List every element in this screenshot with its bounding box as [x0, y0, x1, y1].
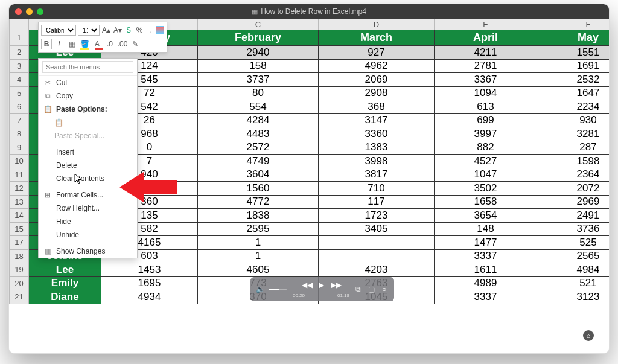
name-cell[interactable]: Emily: [29, 276, 101, 290]
data-cell[interactable]: 1838: [198, 209, 319, 223]
increase-font-button[interactable]: A▴: [101, 25, 111, 36]
name-cell[interactable]: Lee: [29, 263, 101, 277]
decrease-decimal-button[interactable]: .0: [104, 39, 115, 49]
data-cell[interactable]: [319, 236, 435, 250]
data-cell[interactable]: 1477: [435, 236, 537, 250]
airplay-badge-icon[interactable]: ⌂: [583, 330, 594, 341]
menu-insert[interactable]: Insert: [39, 145, 137, 159]
rewind-button[interactable]: ◀◀: [302, 281, 311, 289]
data-cell[interactable]: 1: [198, 249, 319, 263]
data-cell[interactable]: 3817: [319, 168, 435, 182]
format-painter-button[interactable]: ✎: [130, 39, 141, 49]
data-cell[interactable]: 1598: [537, 155, 610, 168]
data-cell[interactable]: 3281: [537, 127, 610, 141]
row-header[interactable]: 14: [10, 209, 29, 223]
data-cell[interactable]: 3737: [198, 73, 319, 87]
row-header[interactable]: 9: [10, 141, 29, 155]
row-header[interactable]: 21: [10, 290, 29, 304]
data-cell[interactable]: 4284: [198, 113, 319, 127]
data-cell[interactable]: 4962: [319, 59, 435, 73]
data-cell[interactable]: 2595: [198, 222, 319, 236]
data-cell[interactable]: 521: [537, 276, 610, 290]
menu-unhide[interactable]: Unhide: [39, 228, 137, 241]
column-header[interactable]: F: [537, 19, 610, 30]
data-cell[interactable]: 3337: [435, 249, 537, 263]
data-cell[interactable]: 4989: [435, 276, 537, 290]
row-header[interactable]: 4: [10, 73, 29, 87]
font-color-button[interactable]: A: [92, 39, 103, 49]
row-header[interactable]: 13: [10, 195, 29, 209]
row-header[interactable]: 8: [10, 127, 29, 141]
increase-decimal-button[interactable]: .00: [117, 39, 128, 49]
font-select[interactable]: Calibri: [41, 25, 76, 36]
menu-cut[interactable]: ✂Cut: [39, 76, 137, 89]
data-cell[interactable]: 2364: [537, 168, 610, 182]
data-cell[interactable]: 158: [198, 59, 319, 73]
row-header[interactable]: 17: [10, 236, 29, 250]
data-cell[interactable]: 4483: [198, 127, 319, 141]
pip-button[interactable]: ⧉: [353, 285, 363, 293]
data-cell[interactable]: 2908: [319, 86, 435, 100]
data-cell[interactable]: 2069: [319, 73, 435, 87]
data-cell[interactable]: 80: [198, 86, 319, 100]
row-header[interactable]: 20: [10, 276, 29, 290]
italic-button[interactable]: I: [54, 39, 65, 49]
data-cell[interactable]: 4749: [198, 155, 319, 168]
data-cell[interactable]: 3604: [198, 168, 319, 182]
data-cell[interactable]: 368: [319, 100, 435, 114]
data-cell[interactable]: 4934: [101, 290, 198, 304]
data-cell[interactable]: 287: [537, 141, 610, 155]
data-cell[interactable]: 2532: [537, 73, 610, 87]
data-cell[interactable]: 3123: [537, 290, 610, 304]
data-cell[interactable]: 699: [435, 113, 537, 127]
data-cell[interactable]: 148: [435, 222, 537, 236]
data-cell[interactable]: 1551: [537, 46, 610, 60]
menu-clear-contents[interactable]: Clear Contents: [39, 172, 137, 185]
data-cell[interactable]: 2969: [537, 195, 610, 209]
column-header[interactable]: C: [198, 19, 319, 30]
data-cell[interactable]: 2572: [198, 141, 319, 155]
menu-row-height[interactable]: Row Height...: [39, 202, 137, 215]
data-cell[interactable]: 117: [319, 195, 435, 209]
data-cell[interactable]: 1691: [537, 59, 610, 73]
data-cell[interactable]: 2565: [537, 249, 610, 263]
row-header[interactable]: 5: [10, 86, 29, 100]
column-header[interactable]: D: [319, 19, 435, 30]
data-cell[interactable]: 1453: [101, 263, 198, 277]
data-cell[interactable]: 2072: [537, 182, 610, 196]
menu-search-input[interactable]: [42, 61, 133, 73]
data-cell[interactable]: 2234: [537, 100, 610, 114]
menu-format-cells[interactable]: ⊞Format Cells...: [39, 188, 137, 202]
row-header[interactable]: 19: [10, 263, 29, 277]
data-cell[interactable]: 4772: [198, 195, 319, 209]
menu-show-changes[interactable]: ▥Show Changes: [39, 244, 137, 258]
conditional-format-button[interactable]: [156, 26, 164, 34]
data-cell[interactable]: 1560: [198, 182, 319, 196]
decrease-font-button[interactable]: A▾: [113, 25, 123, 36]
row-header[interactable]: 18: [10, 249, 29, 263]
menu-copy[interactable]: ⧉Copy: [39, 89, 137, 103]
data-cell[interactable]: 1383: [319, 141, 435, 155]
airplay-button[interactable]: ▢: [366, 285, 376, 293]
row-header[interactable]: 12: [10, 182, 29, 196]
data-cell[interactable]: 613: [435, 100, 537, 114]
data-cell[interactable]: 1723: [319, 209, 435, 223]
data-cell[interactable]: 4527: [435, 155, 537, 168]
row-header[interactable]: 3: [10, 59, 29, 73]
data-cell[interactable]: 1658: [435, 195, 537, 209]
header-cell[interactable]: April: [435, 30, 537, 46]
fill-color-button[interactable]: 🪣: [79, 39, 90, 49]
data-cell[interactable]: 3147: [319, 113, 435, 127]
data-cell[interactable]: 4211: [435, 46, 537, 60]
data-cell[interactable]: 4203: [319, 263, 435, 277]
data-cell[interactable]: 3337: [435, 290, 537, 304]
play-button[interactable]: ▶: [316, 281, 326, 289]
row-header[interactable]: 15: [10, 222, 29, 236]
data-cell[interactable]: 2781: [435, 59, 537, 73]
data-cell[interactable]: 930: [537, 113, 610, 127]
row-header[interactable]: 10: [10, 155, 29, 168]
header-cell[interactable]: March: [319, 30, 435, 46]
data-cell[interactable]: 1047: [435, 168, 537, 182]
comma-format-button[interactable]: ,: [145, 25, 154, 36]
row-header[interactable]: 11: [10, 168, 29, 182]
